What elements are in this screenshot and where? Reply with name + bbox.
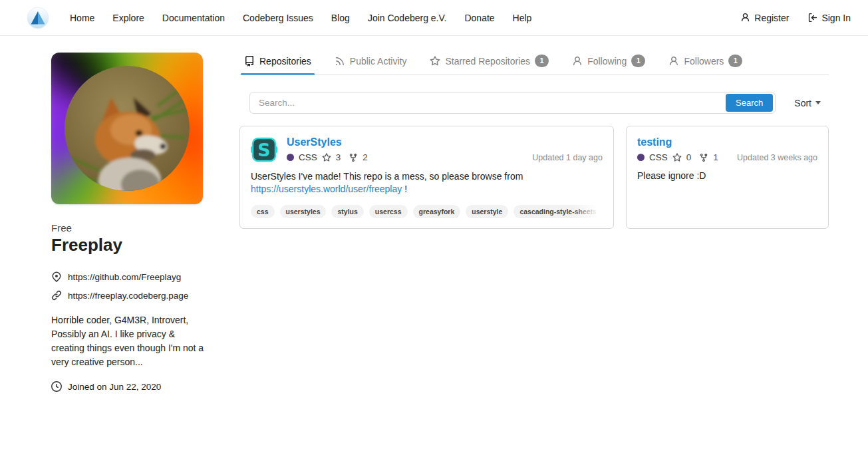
language-color-dot	[287, 154, 294, 161]
fox-photo	[65, 66, 190, 191]
rss-icon	[335, 56, 345, 67]
repo-icon	[244, 56, 255, 67]
tab-label: Following	[587, 56, 627, 67]
nav-item-codeberg-issues[interactable]: Codeberg Issues	[243, 13, 313, 23]
repo-description-suffix: !	[404, 184, 407, 194]
nav-item-documentation[interactable]: Documentation	[162, 13, 225, 23]
topic-tag[interactable]: userstyles	[280, 205, 327, 218]
topic-tag[interactable]: cascading-style-sheets	[513, 205, 603, 218]
language-label: CSS	[299, 152, 317, 162]
clock-icon	[51, 381, 62, 392]
nav-item-help[interactable]: Help	[513, 13, 532, 23]
profile-website-text: https://freeplay.codeberg.page	[68, 291, 188, 301]
star-icon	[322, 153, 331, 162]
language-color-dot	[637, 154, 645, 161]
star-icon	[672, 153, 682, 162]
main-navigation: Home Explore Documentation Codeberg Issu…	[70, 13, 531, 23]
profile-full-name: Free	[51, 222, 204, 233]
star-icon	[430, 56, 440, 67]
tab-repositories[interactable]: Repositories	[243, 53, 313, 75]
profile-username: Freeplay	[51, 235, 204, 255]
user-avatar	[51, 53, 203, 204]
repository-list: S UserStyles CSS 3	[239, 126, 829, 229]
stylus-logo-icon[interactable]: S	[251, 136, 277, 163]
profile-links: https://github.com/Freeplayg https://fre…	[51, 271, 204, 301]
location-pin-icon	[51, 271, 62, 282]
tab-following[interactable]: Following 1	[571, 53, 647, 75]
repo-description-text: Please ignore :D	[637, 170, 706, 181]
nav-item-home[interactable]: Home	[70, 13, 94, 23]
tab-count-badge: 1	[631, 55, 645, 67]
topic-tag[interactable]: usercss	[369, 205, 408, 218]
repo-description-link[interactable]: https://userstyles.world/user/freeplay	[251, 184, 402, 194]
search-input[interactable]	[250, 98, 726, 108]
person-icon	[668, 56, 679, 67]
page-content: Free Freeplay https://github.com/Freepla…	[0, 36, 868, 392]
sort-dropdown[interactable]: Sort	[794, 98, 821, 108]
svg-text:S: S	[257, 140, 270, 160]
tab-label: Repositories	[259, 56, 311, 67]
repo-card-header: testing CSS 0 1 Update	[637, 136, 817, 162]
sort-label: Sort	[794, 98, 811, 108]
repo-card-userstyles: S UserStyles CSS 3	[239, 126, 614, 229]
repo-search-row: Search Sort	[239, 92, 829, 114]
codeberg-logo[interactable]	[27, 7, 49, 29]
profile-location-link[interactable]: https://github.com/Freeplayg	[51, 271, 204, 282]
profile-tabs: Repositories Public Activity Starred Rep…	[239, 53, 829, 75]
tab-followers[interactable]: Followers 1	[667, 53, 744, 75]
repo-meta: CSS 0 1 Updated 3 weeks ago	[637, 152, 817, 162]
profile-main: Repositories Public Activity Starred Rep…	[239, 53, 829, 392]
fork-count: 1	[713, 152, 718, 162]
link-icon	[51, 290, 62, 301]
nav-item-explore[interactable]: Explore	[112, 13, 144, 23]
person-icon	[740, 13, 750, 23]
register-link[interactable]: Register	[740, 13, 789, 23]
repo-description: Please ignore :D	[637, 170, 817, 182]
repo-card-heading: UserStyles CSS 3 2 Upd	[287, 136, 603, 163]
tab-public-activity[interactable]: Public Activity	[333, 53, 408, 75]
profile-website-link[interactable]: https://freeplay.codeberg.page	[51, 290, 204, 301]
navbar: Home Explore Documentation Codeberg Issu…	[0, 0, 868, 36]
nav-item-blog[interactable]: Blog	[331, 13, 350, 23]
profile-joined: Joined on Jun 22, 2020	[51, 381, 204, 392]
updated-timestamp: Updated 1 day ago	[532, 153, 603, 162]
profile-bio: Horrible coder, G4M3R, Introvert, Possib…	[51, 313, 204, 369]
repo-description-text: UserStyles I've made! This repo is a mes…	[251, 171, 523, 182]
profile-location-text: https://github.com/Freeplayg	[68, 272, 181, 282]
repo-card-header: S UserStyles CSS 3	[251, 136, 603, 163]
navbar-right: Register Sign In	[740, 13, 851, 23]
sign-in-label: Sign In	[821, 13, 851, 23]
repo-topics: css userstyles stylus usercss greasyfork…	[251, 205, 603, 218]
sign-in-icon	[807, 13, 817, 23]
star-count: 3	[336, 152, 341, 162]
nav-item-donate[interactable]: Donate	[464, 13, 494, 23]
star-count: 0	[686, 152, 692, 162]
updated-timestamp: Updated 3 weeks ago	[737, 153, 817, 162]
repo-title-link[interactable]: testing	[637, 136, 672, 148]
tab-count-badge: 1	[728, 55, 742, 67]
tab-label: Public Activity	[350, 56, 407, 67]
register-label: Register	[754, 13, 789, 23]
profile-joined-text: Joined on Jun 22, 2020	[68, 382, 161, 392]
topic-tag[interactable]: userstyle	[466, 205, 508, 218]
tab-label: Starred Repositories	[445, 56, 530, 67]
repo-card-heading: testing CSS 0 1 Update	[637, 136, 817, 162]
chevron-down-icon	[815, 101, 821, 104]
language-label: CSS	[649, 152, 668, 162]
repo-title-link[interactable]: UserStyles	[287, 136, 342, 148]
tab-count-badge: 1	[535, 55, 549, 67]
search-button[interactable]: Search	[726, 94, 773, 112]
topic-tag[interactable]: greasyfork	[413, 205, 461, 218]
fork-icon	[349, 153, 358, 162]
sign-in-link[interactable]: Sign In	[807, 13, 851, 23]
profile-sidebar: Free Freeplay https://github.com/Freepla…	[51, 53, 204, 392]
topic-tag[interactable]: stylus	[331, 205, 363, 218]
person-icon	[572, 56, 583, 67]
repo-card-testing: testing CSS 0 1 Update	[626, 126, 829, 229]
topic-tag[interactable]: css	[251, 205, 275, 218]
nav-item-join-codeberg[interactable]: Join Codeberg e.V.	[368, 13, 447, 23]
search-field-wrap: Search	[249, 92, 776, 114]
tab-starred-repositories[interactable]: Starred Repositories 1	[428, 53, 550, 75]
fork-icon	[699, 153, 708, 162]
fork-count: 2	[362, 152, 368, 162]
